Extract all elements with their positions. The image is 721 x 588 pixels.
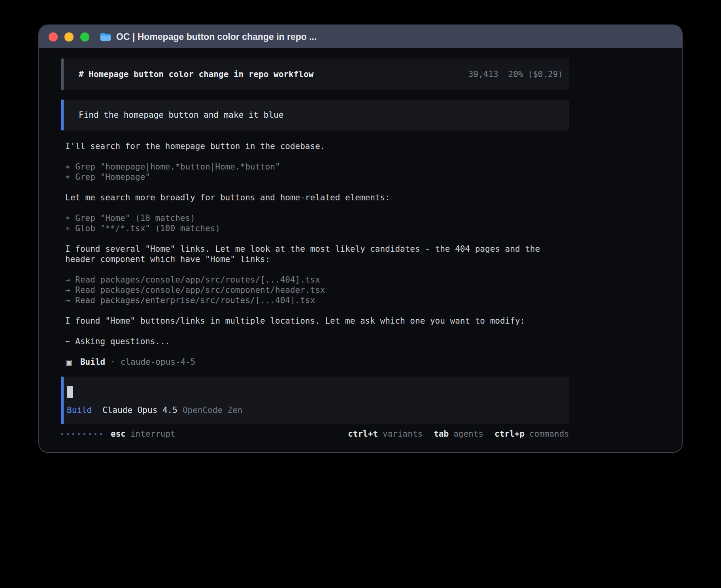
transcript-line: → Read packages/console/app/src/componen…: [65, 285, 569, 295]
transcript-line: ∗ Grep "Home" (18 matches): [65, 213, 569, 223]
transcript-line: [65, 182, 569, 192]
spinner-dots: [61, 433, 102, 435]
model-label: Claude Opus 4.5: [102, 405, 177, 415]
transcript-line: [65, 234, 569, 244]
window-controls: [49, 32, 89, 41]
transcript-line: header component which have "Home" links…: [65, 254, 569, 264]
transcript-line: I'll search for the homepage button in t…: [65, 141, 569, 151]
provider-label: OpenCode Zen: [183, 405, 243, 415]
transcript-line: [65, 347, 569, 357]
agent-separator: ·: [110, 357, 115, 367]
transcript-line: → Read packages/console/app/src/routes/[…: [65, 275, 569, 285]
hint-agents: tabagents: [434, 429, 483, 439]
spinner-dot: [61, 433, 63, 435]
session-header: # Homepage button color change in repo w…: [61, 58, 569, 90]
close-button[interactable]: [49, 32, 58, 41]
spinner-dot: [78, 433, 80, 435]
text-cursor: [67, 386, 73, 398]
agent-icon: ▣: [65, 357, 72, 367]
spinner-dot: [72, 433, 74, 435]
mode-badge: Build: [67, 405, 92, 415]
agent-status: ▣ Build · claude-opus-4-5: [61, 357, 569, 367]
agent-model: claude-opus-4-5: [121, 357, 196, 367]
spinner-dot: [89, 433, 91, 435]
transcript-line: [65, 305, 569, 316]
spinner-dot: [94, 433, 96, 435]
user-message: Find the homepage button and make it blu…: [61, 100, 569, 130]
hint-commands: ctrl+pcommands: [495, 429, 569, 439]
zoom-button[interactable]: [80, 32, 89, 41]
minimize-button[interactable]: [64, 32, 74, 41]
prompt-input[interactable]: Build Claude Opus 4.5 OpenCode Zen: [61, 377, 569, 424]
transcript-line: [65, 326, 569, 336]
spinner-dot: [83, 433, 85, 435]
transcript-line: ∗ Grep "homepage|home.*button|Home.*butt…: [65, 162, 569, 172]
transcript: I'll search for the homepage button in t…: [61, 141, 569, 357]
key-esc: esc: [111, 429, 126, 439]
transcript-line: I found "Home" buttons/links in multiple…: [65, 316, 569, 326]
key-ctrl-t: ctrl+t: [348, 429, 378, 439]
key-tab: tab: [434, 429, 449, 439]
transcript-line: I found several "Home" links. Let me loo…: [65, 244, 569, 254]
transcript-line: ∗ Grep "Homepage": [65, 172, 569, 182]
transcript-line: [65, 151, 569, 162]
transcript-line: Let me search more broadly for buttons a…: [65, 192, 569, 203]
transcript-line: [65, 264, 569, 275]
window-titlebar[interactable]: OC | Homepage button color change in rep…: [39, 25, 682, 48]
transcript-line: [65, 203, 569, 213]
session-cost: ($0.29): [528, 70, 563, 79]
session-stats: 39,41320%($0.29): [418, 60, 563, 89]
key-ctrl-p: ctrl+p: [495, 429, 525, 439]
folder-icon: [100, 32, 111, 41]
transcript-line: → Read packages/enterprise/src/routes/[.…: [65, 295, 569, 305]
token-count: 39,413: [468, 70, 498, 79]
terminal-content: # Homepage button color change in repo w…: [39, 48, 682, 452]
transcript-line: ∗ Glob "**/*.tsx" (100 matches): [65, 223, 569, 234]
hint-interrupt: escinterrupt: [111, 429, 176, 439]
transcript-line: ~ Asking questions...: [65, 336, 569, 347]
agent-name: Build: [80, 357, 105, 367]
user-message-text: Find the homepage button and make it blu…: [79, 110, 283, 120]
status-bar: escinterrupt ctrl+tvariants tabagents ct…: [61, 429, 569, 439]
prompt-meta: Build Claude Opus 4.5 OpenCode Zen: [67, 405, 563, 415]
window-title: OC | Homepage button color change in rep…: [116, 32, 317, 42]
spinner-dot: [100, 433, 102, 435]
spinner-dot: [67, 433, 69, 435]
terminal-window: OC | Homepage button color change in rep…: [39, 25, 682, 452]
session-title: # Homepage button color change in repo w…: [79, 70, 313, 79]
hint-variants: ctrl+tvariants: [348, 429, 423, 439]
context-percent: 20%: [508, 70, 523, 79]
